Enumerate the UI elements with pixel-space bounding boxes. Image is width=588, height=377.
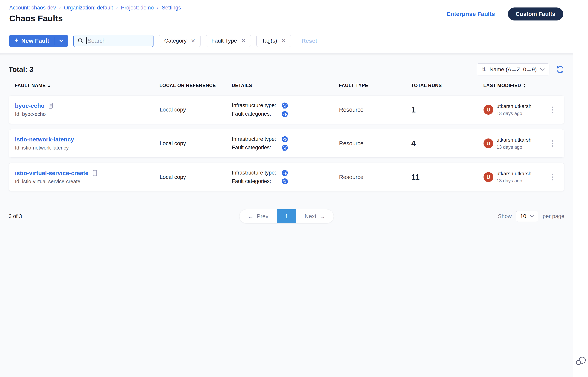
breadcrumb-link-project[interactable]: Project: demo [121, 5, 154, 11]
list-header-controls: ⇅ Name (A→Z, 0→9) [477, 63, 564, 75]
last-modified-cell: U utkarsh.utkarsh 13 days ago [484, 103, 548, 116]
column-label: FAULT NAME [15, 83, 46, 88]
refresh-button[interactable] [556, 65, 564, 74]
fault-id: Id: byoc-echo [15, 111, 159, 117]
filter-chip-label: Tag(s) [262, 38, 277, 44]
content-area: Total: 3 ⇅ Name (A→Z, 0→9) [0, 54, 573, 377]
search-box [73, 35, 154, 47]
filter-chip-fault-type[interactable]: Fault Type ✕ [206, 35, 251, 47]
toolbar: + New Fault Category ✕ Fault Type ✕ [0, 28, 573, 54]
column-label: LAST MODIFIED [483, 83, 521, 88]
reset-filters-button[interactable]: Reset [302, 38, 317, 44]
page-size-controls: Show 10 per page [334, 211, 564, 222]
row-menu-button[interactable] [550, 105, 555, 115]
breadcrumb-separator-icon: › [157, 5, 158, 11]
fault-name-cell: istio-network-latency Id: istio-network-… [15, 136, 159, 151]
chevron-down-icon [530, 215, 534, 217]
filter-chip-tags[interactable]: Tag(s) ✕ [256, 35, 291, 47]
arrow-right-icon: → [320, 213, 325, 220]
search-input[interactable] [88, 38, 149, 44]
fault-id: Id: istio-virtual-service-create [15, 178, 159, 185]
breadcrumb: Account: chaos-dev › Organization: defau… [9, 5, 181, 11]
column-header-total-runs: TOTAL RUNS [411, 83, 483, 88]
arrow-left-icon: ← [248, 213, 253, 220]
manifest-doc-icon[interactable] [92, 170, 98, 176]
infrastructure-type-label: Infrastructure type: [232, 136, 282, 142]
current-page-button[interactable]: 1 [277, 209, 296, 223]
avatar: U [484, 139, 493, 148]
chevron-down-icon [540, 68, 544, 71]
remove-filter-icon[interactable]: ✕ [241, 38, 246, 43]
fault-type-value: Resource [339, 106, 411, 113]
column-label: FAULT TYPE [339, 83, 368, 88]
fault-name-link[interactable]: istio-virtual-service-create [15, 170, 89, 177]
modified-time: 13 days ago [497, 144, 531, 150]
local-or-reference-value: Local copy [159, 106, 232, 113]
row-menu-button[interactable] [550, 172, 555, 182]
modified-by: utkarsh.utkarsh [497, 171, 531, 177]
header-actions: Enterprise Faults Custom Faults [447, 8, 563, 21]
chevron-down-icon [59, 40, 64, 42]
new-fault-label: New Fault [21, 37, 49, 44]
fault-name-link[interactable]: byoc-echo [15, 102, 45, 109]
details-cell: Infrastructure type: Fault categories: [232, 102, 339, 118]
kubernetes-icon [282, 111, 288, 118]
details-cell: Infrastructure type: Fault categories: [232, 136, 339, 151]
remove-filter-icon[interactable]: ✕ [282, 38, 286, 43]
column-label: DETAILS [232, 83, 252, 88]
column-header-details: DETAILS [232, 83, 339, 88]
refresh-icon [556, 65, 564, 74]
next-page-button[interactable]: Next → [296, 209, 334, 223]
column-header-fault-name[interactable]: FAULT NAME ▲ [15, 83, 159, 88]
total-runs-value: 11 [411, 173, 484, 182]
infrastructure-type-label: Infrastructure type: [232, 102, 282, 108]
kebab-icon [552, 106, 553, 108]
show-label: Show [498, 213, 512, 219]
pagination: ← Prev 1 Next → [239, 209, 333, 223]
column-header-last-modified[interactable]: LAST MODIFIED ▲▼ [483, 83, 548, 88]
custom-faults-button[interactable]: Custom Faults [508, 8, 563, 21]
fault-list: byoc-echo Id: byoc-echo Local copy Infra… [9, 95, 564, 191]
new-fault-dropdown-trigger[interactable] [55, 35, 68, 47]
page-header: Account: chaos-dev › Organization: defau… [0, 0, 573, 28]
prev-label: Prev [257, 213, 268, 220]
right-rail [573, 0, 588, 377]
kubernetes-icon [282, 178, 288, 185]
details-cell: Infrastructure type: Fault categories: [232, 170, 339, 185]
enterprise-faults-link[interactable]: Enterprise Faults [447, 11, 495, 17]
list-footer: 3 of 3 ← Prev 1 Next → Show [9, 209, 564, 223]
sort-asc-icon: ▲ [48, 84, 51, 87]
page-title: Chaos Faults [9, 14, 181, 23]
avatar: U [484, 172, 493, 182]
page-size-value: 10 [520, 213, 526, 219]
fault-name-cell: istio-virtual-service-create Id: istio-v… [15, 170, 159, 185]
modified-time: 13 days ago [497, 178, 531, 184]
remove-filter-icon[interactable]: ✕ [191, 38, 195, 43]
breadcrumb-link-organization[interactable]: Organization: default [64, 5, 113, 11]
modified-by: utkarsh.utkarsh [497, 137, 531, 143]
new-fault-split-button: + New Fault [9, 35, 68, 47]
list-header: Total: 3 ⇅ Name (A→Z, 0→9) [9, 63, 564, 75]
new-fault-button[interactable]: + New Fault [9, 35, 55, 47]
infrastructure-type-label: Infrastructure type: [232, 170, 282, 176]
sort-select[interactable]: ⇅ Name (A→Z, 0→9) [477, 63, 549, 75]
table-header-row: FAULT NAME ▲ LOCAL OR REFERENCE DETAILS … [9, 83, 564, 88]
prev-page-button[interactable]: ← Prev [239, 209, 277, 223]
breadcrumb-link-account[interactable]: Account: chaos-dev [9, 5, 56, 11]
filter-chip-category[interactable]: Category ✕ [159, 35, 201, 47]
kebab-icon [552, 140, 553, 142]
page-size-select[interactable]: 10 [516, 211, 538, 222]
breadcrumb-link-settings[interactable]: Settings [162, 5, 181, 11]
search-icon [77, 38, 84, 44]
fault-categories-label: Fault categories: [232, 111, 282, 117]
support-chat-button[interactable] [575, 355, 586, 367]
filter-chip-label: Category [164, 38, 187, 44]
last-modified-cell: U utkarsh.utkarsh 13 days ago [484, 171, 548, 184]
breadcrumb-separator-icon: › [116, 5, 118, 11]
fault-name-link[interactable]: istio-network-latency [15, 136, 74, 143]
chat-bubbles-icon [575, 355, 586, 366]
manifest-doc-icon[interactable] [48, 102, 54, 109]
breadcrumb-separator-icon: › [59, 5, 61, 11]
filter-chip-label: Fault Type [211, 38, 237, 44]
row-menu-button[interactable] [550, 138, 555, 149]
